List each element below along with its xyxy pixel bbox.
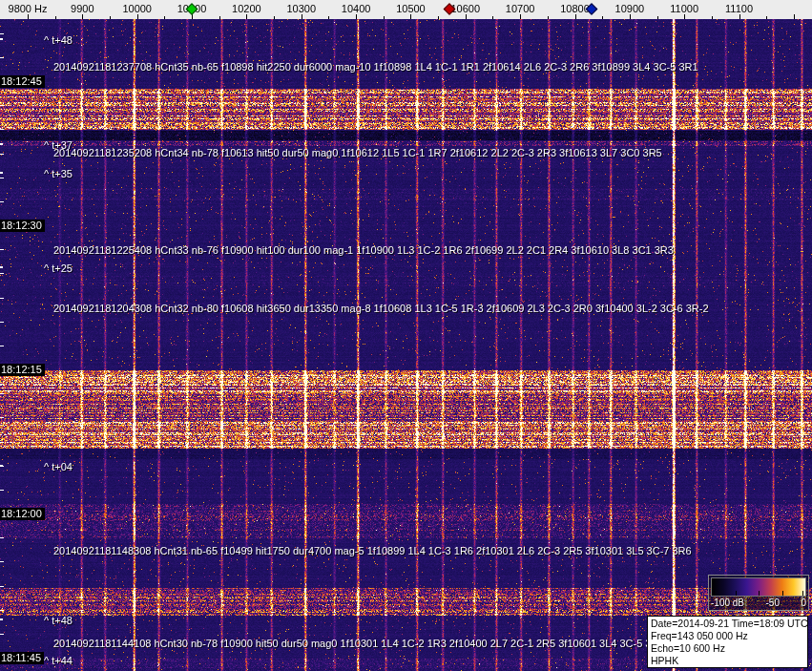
freq-major-tick <box>466 14 467 19</box>
freq-tick-label: 10200 <box>232 3 261 14</box>
freq-minor-tick <box>55 16 56 19</box>
freq-major-tick <box>630 14 631 19</box>
colorbar-tick <box>759 591 760 596</box>
info-box: Date=2014-09-21 Time=18:09 UTC Freq=143 … <box>647 616 808 668</box>
info-line-date: Date=2014-09-21 Time=18:09 UTC <box>651 618 804 630</box>
freq-major-tick <box>246 14 247 19</box>
freq-minor-tick <box>712 16 713 19</box>
freq-minor-tick <box>110 16 111 19</box>
freq-major-tick <box>356 14 357 19</box>
freq-minor-tick <box>164 16 165 19</box>
info-line-echo: Echo=10 600 Hz <box>651 642 804 655</box>
colorbar-gradient <box>711 577 806 597</box>
spectrogram-screen: 9800 Hz990010000101001020010300104001050… <box>0 0 812 671</box>
freq-tick-label: 10300 <box>286 3 316 14</box>
freq-tick-label: 11000 <box>670 3 698 14</box>
freq-major-tick <box>192 14 193 19</box>
freq-major-tick <box>28 14 29 19</box>
freq-tick-label: 9800 Hz <box>9 3 48 14</box>
colorbar-tick <box>782 591 783 596</box>
freq-major-tick <box>575 14 576 19</box>
freq-minor-tick <box>274 16 275 19</box>
freq-tick-label: 10400 <box>342 3 371 14</box>
freq-minor-tick <box>548 16 549 19</box>
colorbar-tick <box>802 591 803 596</box>
freq-major-tick <box>302 14 302 19</box>
freq-tick-label: 10700 <box>506 3 535 14</box>
colorbar-labels: -100 dB -50 0 <box>711 598 806 608</box>
freq-minor-tick <box>492 16 493 19</box>
freq-minor-tick <box>438 16 439 19</box>
freq-minor-tick <box>328 16 329 19</box>
colorbar-tick <box>714 591 715 596</box>
freq-minor-tick <box>766 16 767 19</box>
freq-tick-label: 9900 <box>71 3 94 14</box>
freq-tick-label: 10900 <box>615 3 645 14</box>
freq-tick-label: 10500 <box>396 3 426 14</box>
colorbar-label-max: 0 <box>801 598 806 608</box>
freq-major-tick <box>137 14 138 19</box>
colorbar: -100 dB -50 0 <box>708 575 809 611</box>
spectrogram-canvas <box>0 19 812 671</box>
info-line-freq: Freq=143 050 000 Hz <box>651 630 804 642</box>
freq-major-tick <box>82 14 83 19</box>
freq-tick-label: 10000 <box>122 3 152 14</box>
colorbar-label-mid: -50 <box>766 598 780 608</box>
freq-major-tick <box>739 14 740 19</box>
frequency-axis: 9800 Hz990010000101001020010300104001050… <box>0 0 812 19</box>
freq-major-tick <box>520 14 521 19</box>
colorbar-label-min: -100 dB <box>711 598 744 608</box>
freq-minor-tick <box>384 16 385 19</box>
info-line-station: HPHK <box>651 655 804 667</box>
freq-major-tick <box>684 14 685 19</box>
freq-major-tick <box>794 14 795 19</box>
freq-tick-label: 11100 <box>725 3 753 14</box>
freq-major-tick <box>410 14 411 19</box>
colorbar-tick <box>736 591 737 596</box>
freq-minor-tick <box>219 16 220 19</box>
freq-minor-tick <box>657 16 658 19</box>
freq-minor-tick <box>602 16 603 19</box>
